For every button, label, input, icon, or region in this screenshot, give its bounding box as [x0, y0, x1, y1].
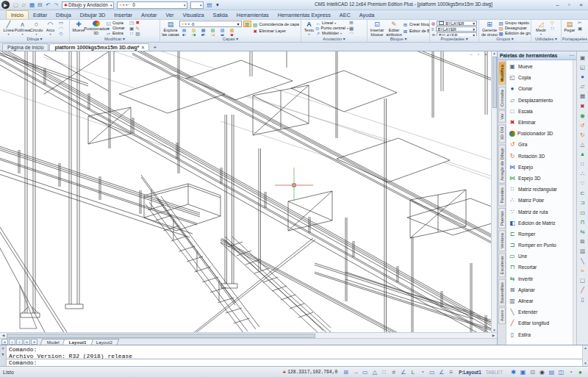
scroll-up-icon[interactable]: ▲ [492, 51, 495, 55]
palette-item[interactable]: ⊐ Romper en Punto [506, 240, 573, 251]
lineweight-icon[interactable]: ≡ [446, 367, 456, 376]
group-footer-capas[interactable]: Capas ▾ [160, 36, 301, 42]
cut-icon[interactable]: ✂ [578, 21, 582, 26]
rotate-icon[interactable]: ↺ [578, 121, 587, 129]
draw-tool-button[interactable]: ʌ Polilínea ▾ [15, 21, 29, 35]
trim-icon[interactable]: ⊓ [578, 218, 587, 226]
copy-icon[interactable]: ◱ [578, 62, 587, 71]
palette-tab[interactable]: Consulta [498, 87, 506, 109]
palette-tab[interactable]: Arreglo de Dibujo [498, 145, 506, 184]
palette-tab[interactable]: Modifica [498, 62, 506, 85]
group-footer-modificar[interactable]: Modificar ▾ [70, 36, 159, 42]
selection-icon[interactable]: ▭ [427, 367, 437, 376]
vertical-scrollbar[interactable]: ▲ ▼ [491, 51, 497, 332]
ribbon-tab[interactable]: Herramientas [232, 11, 273, 19]
palette-item[interactable]: ∷ Matriz rectangular [506, 184, 573, 195]
command-scrollbar[interactable]: ▲ ▼ [582, 345, 588, 366]
palette-item[interactable]: ✖ Eliminar [506, 117, 573, 128]
grid-dots-icon[interactable]: ∷ [379, 367, 389, 376]
3d-positioner-icon[interactable]: ◉ [578, 111, 587, 120]
insert-block-button[interactable]: ⊡ Insertar bloque [369, 21, 385, 35]
scroll-down-icon[interactable]: ▼ [492, 328, 495, 332]
scroll-thumb[interactable] [7, 334, 315, 338]
offset-icon[interactable]: ▱ [578, 82, 587, 91]
array-polar-icon[interactable]: ∴ [578, 169, 587, 178]
palette-tab[interactable]: Ver [498, 110, 506, 123]
palette-item[interactable]: ⇆ Invertir [506, 273, 573, 284]
layer-explorer-button[interactable]: ▤ Explora las capas [162, 21, 179, 35]
last-layout-button[interactable]: » [24, 339, 30, 345]
text-button[interactable]: A Texto ▾ [303, 21, 315, 35]
ribbon-tab[interactable]: Insertar [110, 11, 137, 19]
palette-header[interactable]: Paletas de herramientas ⋯ [498, 51, 576, 60]
group-manager-button[interactable]: ⊞ Gerente de grupo [481, 21, 498, 35]
palette-item[interactable]: ⋈ Espejo 3D [506, 173, 573, 184]
lasso-icon[interactable]: ▭ [360, 367, 370, 376]
user-icon[interactable]: ◉ [537, 367, 547, 376]
ribbon-tab[interactable]: Herramientas Express [273, 11, 335, 19]
close-button[interactable]: × [576, 1, 587, 9]
array-grid-icon[interactable]: ▦ [578, 92, 587, 101]
redo-icon[interactable]: ↷ [52, 1, 60, 9]
palette-item[interactable]: ▥ Alinear [506, 295, 573, 306]
edit-attributes-button[interactable]: ✎ Editar atributos [385, 21, 403, 35]
flatten-icon[interactable]: ⊠ [578, 237, 587, 246]
palette-item[interactable]: ↺ Gira [506, 139, 573, 150]
break-icon[interactable]: ⊏ [578, 189, 587, 198]
clone-icon[interactable]: ● [578, 72, 587, 81]
ribbon-tab[interactable]: Ayuda [355, 11, 379, 19]
lengthen-icon[interactable]: ╱ [578, 286, 587, 295]
annotation-tool-button[interactable]: ↔ Lineal ▾ [315, 21, 348, 26]
layer-state-button[interactable]: ▥ [243, 21, 251, 27]
group-footer-portapapeles[interactable]: Portapapeles [562, 36, 588, 42]
palette-item[interactable]: ⊏ Romper [506, 229, 573, 240]
new-file-icon[interactable]: ▢ [12, 1, 20, 9]
mdi-restore-button[interactable]: ▫ [476, 52, 481, 57]
palette-item[interactable]: □ Escala [506, 106, 573, 117]
array-path-icon[interactable]: ∵ [578, 179, 587, 187]
horizontal-scrollbar[interactable]: ◀ ▶ [0, 332, 497, 338]
modify-tool-button[interactable]: ● Clonar [106, 26, 128, 31]
scroll-up-icon[interactable]: ▲ [584, 346, 587, 350]
first-layout-button[interactable]: « [1, 339, 8, 345]
maximize-button[interactable]: ▫ [564, 1, 575, 9]
palette-item[interactable]: ◱ Copia [506, 72, 573, 83]
outline-icon[interactable]: ▢ [578, 276, 587, 284]
measure-button[interactable]: ◿ Medir ▾ [533, 21, 549, 35]
palette-item[interactable]: ▱ Desplazamiento [506, 95, 573, 106]
palette-item[interactable]: ▯ Estira [506, 329, 573, 340]
drawing-canvas[interactable]: – ▫ × [0, 51, 497, 332]
mirror-icon[interactable]: △ [578, 140, 587, 149]
ribbon-tab[interactable]: Anotar [137, 11, 162, 19]
grid-lines-icon[interactable]: # [389, 367, 398, 376]
link-icon[interactable]: ◫ [556, 367, 566, 376]
ribbon-tab[interactable]: Dibuja [51, 11, 76, 19]
info-icon[interactable]: ◔ [566, 367, 576, 376]
next-layout-button[interactable]: › [16, 339, 23, 345]
palette-tab[interactable]: Acero [498, 307, 506, 324]
layer-dropdown[interactable]: ● ● ● 0 ▾ [179, 21, 242, 27]
ucs-icon[interactable]: L [408, 367, 417, 376]
copy-clip-icon[interactable]: ▣ [578, 26, 582, 32]
palette-item[interactable]: ◧ Edición de Matriz [506, 218, 573, 229]
filter-icon[interactable]: ▽ [551, 21, 554, 26]
array-rect-icon[interactable]: ∷ [578, 159, 587, 168]
ribbon-tab[interactable]: Visualiza [178, 11, 208, 19]
minimize-button[interactable]: – [552, 1, 563, 9]
group-footer-dibuja[interactable]: Dibuja ▾ [0, 36, 69, 42]
palette-item[interactable]: ∵ Matriz de ruta [506, 206, 573, 217]
layer-quick-control[interactable]: ●●●▫ 0 ▾ [117, 1, 187, 9]
palette-item[interactable]: ⋈ Espejo [506, 162, 573, 173]
palette-tab[interactable]: 3D Útil [498, 124, 506, 143]
doc-tab-home[interactable]: Página de inicio [2, 43, 49, 51]
stretch-icon[interactable]: ▯ [578, 295, 587, 304]
palette-item[interactable]: ⊠ Aplanar [506, 284, 573, 295]
ribbon-tab[interactable]: Dibujar 3D [76, 11, 110, 19]
palette-item[interactable]: ╱ Editar longitud [506, 317, 573, 328]
layer-match-button[interactable]: ▧ Coincidencia de capa [253, 22, 299, 27]
ribbon-tab[interactable]: Salida [209, 11, 232, 19]
group-footer-grupos[interactable]: Grupos ▾ [479, 36, 531, 42]
palette-item[interactable]: ▭ Une [506, 251, 573, 262]
angle-icon[interactable]: ∠ [437, 367, 446, 376]
workspace-selector[interactable]: ✱ Dibujo y Anotación ▾ [62, 1, 114, 9]
